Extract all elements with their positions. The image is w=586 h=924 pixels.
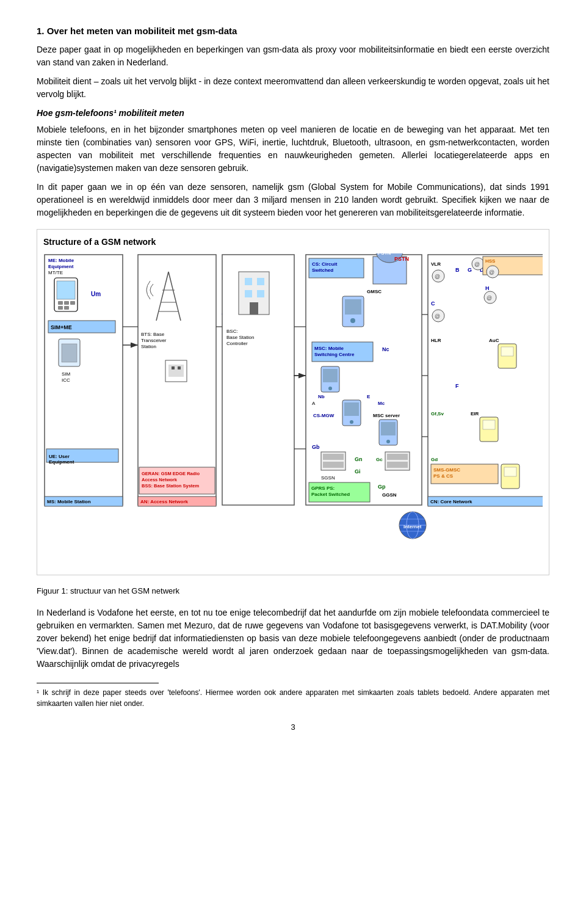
- svg-text:Gp: Gp: [378, 484, 386, 490]
- svg-text:MS: Mobile Station: MS: Mobile Station: [47, 499, 91, 504]
- svg-text:HSS: HSS: [485, 258, 496, 264]
- svg-text:PSTN: PSTN: [378, 253, 391, 256]
- italic-heading-text: Hoe gsm-telefoons¹ mobiliteit meten: [37, 108, 184, 118]
- svg-rect-49: [257, 290, 264, 297]
- svg-text:Gb: Gb: [312, 444, 320, 450]
- intro-paragraph: Deze paper gaat in op mogelijkheden en b…: [37, 43, 549, 69]
- svg-text:SIM: SIM: [62, 371, 71, 377]
- svg-text:GMSC: GMSC: [367, 289, 382, 294]
- svg-rect-84: [381, 422, 396, 435]
- svg-rect-88: [323, 454, 344, 460]
- svg-text:Base Station: Base Station: [226, 335, 254, 340]
- svg-text:Packet Switched: Packet Switched: [311, 492, 350, 497]
- svg-text:Nc: Nc: [382, 346, 389, 352]
- svg-text:E: E: [367, 394, 371, 399]
- svg-text:Switching Centre: Switching Centre: [314, 352, 355, 357]
- svg-rect-36: [172, 366, 175, 369]
- svg-rect-5: [57, 281, 75, 299]
- svg-text:AN: Access Network: AN: Access Network: [140, 499, 189, 504]
- svg-text:PS & CS: PS & CS: [433, 473, 454, 479]
- svg-text:@: @: [435, 274, 440, 280]
- svg-rect-9: [58, 306, 63, 310]
- svg-point-73: [328, 387, 332, 390]
- svg-text:Internet: Internet: [403, 524, 422, 529]
- para1: Mobiliteit dient – zoals uit het vervolg…: [37, 75, 549, 101]
- svg-text:CS-MGW: CS-MGW: [313, 413, 335, 418]
- gsm-network-diagram: ME: Mobile Equipment MT/TE Um SIM+ME SIM…: [43, 253, 543, 569]
- svg-text:Access Network: Access Network: [142, 477, 178, 482]
- svg-text:Um: Um: [91, 291, 101, 297]
- svg-text:UE: User: UE: User: [49, 454, 70, 459]
- svg-rect-8: [70, 301, 75, 305]
- svg-rect-129: [501, 347, 513, 356]
- svg-text:CS: Circuit: CS: Circuit: [312, 261, 338, 267]
- figure-caption: Figuur 1: structuur van het GSM netwerk: [37, 585, 549, 597]
- svg-text:ICC: ICC: [62, 377, 70, 383]
- svg-text:B: B: [455, 267, 460, 273]
- svg-text:MT/TE: MT/TE: [48, 270, 63, 275]
- svg-rect-46: [245, 278, 252, 285]
- svg-rect-37: [178, 366, 181, 369]
- svg-rect-7: [64, 301, 69, 305]
- svg-text:MSC server: MSC server: [373, 413, 400, 418]
- svg-text:SGSN: SGSN: [321, 475, 335, 481]
- svg-text:C: C: [431, 300, 435, 307]
- svg-text:GPRS PS:: GPRS PS:: [311, 486, 335, 491]
- svg-text:HLR: HLR: [431, 338, 441, 343]
- para4: In Nederland is Vodafone het eerste, en …: [37, 606, 549, 671]
- svg-text:BSC:: BSC:: [226, 329, 238, 334]
- svg-rect-48: [245, 290, 252, 297]
- svg-text:@: @: [487, 295, 492, 301]
- svg-text:VLR: VLR: [431, 261, 441, 267]
- svg-text:@: @: [474, 261, 480, 267]
- svg-text:Mc: Mc: [378, 401, 385, 406]
- svg-rect-79: [344, 402, 359, 416]
- svg-text:Gn: Gn: [355, 456, 363, 462]
- diagram-title: Structure of a GSM network: [43, 236, 543, 249]
- svg-text:Equipment: Equipment: [49, 459, 74, 465]
- svg-rect-10: [64, 306, 69, 310]
- svg-text:AuC: AuC: [489, 338, 499, 343]
- italic-heading: Hoe gsm-telefoons¹ mobiliteit meten: [37, 107, 549, 120]
- svg-text:F: F: [455, 383, 459, 389]
- svg-text:SMS-GMSC: SMS-GMSC: [433, 467, 460, 473]
- svg-text:Station: Station: [141, 344, 156, 349]
- svg-text:PSTN: PSTN: [394, 256, 409, 262]
- gsm-diagram-section: Structure of a GSM network ME: Mobile Eq…: [37, 229, 549, 575]
- svg-text:H: H: [485, 285, 490, 291]
- svg-rect-47: [257, 278, 264, 285]
- svg-text:SIM+ME: SIM+ME: [51, 324, 72, 330]
- svg-point-80: [350, 420, 353, 424]
- svg-rect-35: [168, 365, 184, 377]
- svg-rect-6: [58, 301, 63, 305]
- svg-rect-141: [504, 467, 516, 476]
- svg-rect-99: [387, 454, 408, 460]
- svg-rect-15: [62, 344, 77, 362]
- svg-text:ME: Mobile: ME: Mobile: [48, 258, 74, 263]
- svg-text:A: A: [312, 401, 316, 406]
- svg-text:BSS: Base Station System: BSS: Base Station System: [142, 483, 200, 489]
- svg-text:@: @: [435, 313, 440, 319]
- svg-rect-72: [323, 369, 338, 382]
- footnote: ¹ Ik schrijf in deze paper steeds over '…: [37, 687, 549, 709]
- svg-text:GGSN: GGSN: [382, 492, 397, 498]
- svg-text:BTS: Base: BTS: Base: [141, 332, 165, 337]
- svg-text:EIR: EIR: [471, 411, 479, 417]
- svg-text:GERAN: GSM EDGE Radio: GERAN: GSM EDGE Radio: [142, 471, 200, 476]
- svg-text:Gi: Gi: [355, 468, 361, 475]
- svg-text:Switched: Switched: [312, 267, 333, 273]
- svg-text:Gf,Sv: Gf,Sv: [431, 411, 444, 417]
- svg-rect-134: [483, 420, 495, 429]
- svg-rect-50: [250, 302, 258, 315]
- svg-rect-65: [345, 299, 361, 315]
- svg-point-66: [350, 318, 355, 323]
- section-heading: 1. Over het meten van mobiliteit met gsm…: [37, 24, 549, 38]
- svg-rect-89: [323, 462, 344, 468]
- svg-point-85: [386, 440, 390, 443]
- svg-text:Nb: Nb: [318, 394, 325, 399]
- svg-text:CN: Core Network: CN: Core Network: [430, 499, 472, 504]
- svg-text:Transceiver: Transceiver: [141, 338, 167, 343]
- svg-text:Equipment: Equipment: [48, 264, 74, 269]
- para2: Mobiele telefoons, en in het bijzonder s…: [37, 123, 549, 175]
- svg-text:@: @: [489, 269, 494, 275]
